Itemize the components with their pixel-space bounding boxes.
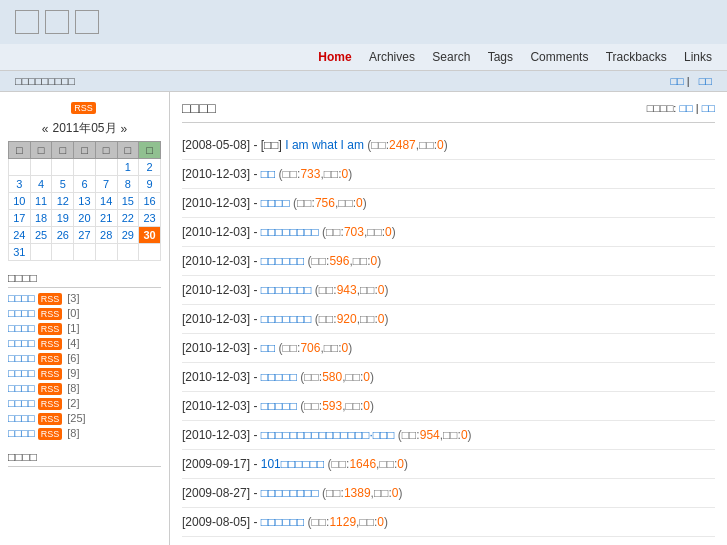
cal-row: 3 4 5 6 7 8 9 (9, 176, 161, 193)
cal-row: 31 (9, 244, 161, 261)
rss-icon: RSS (38, 338, 63, 350)
calendar: « 2011年05月 » □ □ □ □ □ □ □ (8, 120, 161, 261)
layout: RSS « 2011年05月 » □ □ □ □ □ □ □ (0, 92, 727, 545)
rss-icon: RSS (38, 323, 63, 335)
cal-th: □ (52, 142, 74, 159)
cal-prev[interactable]: « (42, 122, 49, 136)
header-logo (15, 10, 712, 34)
list-item: □□□□ RSS [0] (8, 307, 161, 320)
cal-row: 1718 1920 2122 23 (9, 210, 161, 227)
sidebar-section-1: □□□□ □□□□ RSS [3] □□□□ RSS [0] □□□□ RSS … (8, 271, 161, 440)
cal-day[interactable]: 3 (16, 178, 22, 190)
cal-day[interactable]: 7 (103, 178, 109, 190)
list-item: □□□□ RSS [6] (8, 352, 161, 365)
cal-th: □ (30, 142, 52, 159)
logo-box-1 (15, 10, 39, 34)
table-row: [2010-12-03] - □□□□□ (□□:580,□□:0) (182, 363, 715, 392)
breadcrumb-sep: | (687, 75, 690, 87)
list-item: □□□□ RSS [3] (8, 292, 161, 305)
cal-th-weekend: □ (139, 142, 161, 159)
rss-icon: RSS (38, 428, 63, 440)
page-sep: | (696, 102, 699, 114)
table-row: [2010-12-03] - □□□□□□□ (□□:943,□□:0) (182, 276, 715, 305)
list-item: □□□□ RSS [8] (8, 427, 161, 440)
list-item: □□□□ RSS [2] (8, 397, 161, 410)
logo-box-2 (45, 10, 69, 34)
cal-day[interactable]: 9 (147, 178, 153, 190)
cal-nav: « 2011年05月 » (8, 120, 161, 137)
table-row: [2009-09-17] - 101□□□□□□ (□□:1646,□□:0) (182, 450, 715, 479)
cal-row: 1011 1213 1415 16 (9, 193, 161, 210)
breadcrumb-bar: □□□□□□□□□ □□ | □□ (0, 71, 727, 92)
table-row: [2009-08-27] - □□□□□□□□ (□□:1389,□□:0) (182, 479, 715, 508)
cal-row: 2425 2627 2829 30 (9, 227, 161, 244)
nav-trackbacks[interactable]: Trackbacks (606, 50, 667, 64)
table-row: [2009-08-05] - □□□□□□ (□□:1129,□□:0) (182, 508, 715, 537)
sidebar-section-2: □□□□ (8, 450, 161, 467)
nav-comments[interactable]: Comments (530, 50, 588, 64)
nav-tags[interactable]: Tags (488, 50, 513, 64)
rss-icon: RSS (38, 353, 63, 365)
list-item: □□□□ RSS [8] (8, 382, 161, 395)
cal-day[interactable]: 4 (38, 178, 44, 190)
cal-today[interactable]: 30 (139, 227, 161, 244)
cal-day[interactable]: 2 (147, 161, 153, 173)
nav-links[interactable]: Links (684, 50, 712, 64)
rss-icon: RSS (38, 383, 63, 395)
list-item: □□□□ RSS [25] (8, 412, 161, 425)
sidebar-rss: RSS (8, 100, 161, 114)
sidebar: RSS « 2011年05月 » □ □ □ □ □ □ □ (0, 92, 170, 545)
rss-icon: RSS (38, 308, 63, 320)
breadcrumb-left: □□□□□□□□□ (15, 75, 75, 87)
breadcrumb-page-prev[interactable]: □□ (670, 75, 683, 87)
post-list: [2008-05-08] - [□□] I am what I am (□□:2… (182, 131, 715, 537)
cal-title: 2011年05月 (52, 120, 116, 137)
rss-icon: RSS (38, 413, 63, 425)
page-next[interactable]: □□ (702, 102, 715, 114)
cal-table: □ □ □ □ □ □ □ 1 2 (8, 141, 161, 261)
cal-row: 1 2 (9, 159, 161, 176)
sidebar-section-title: □□□□ (8, 271, 161, 288)
breadcrumb-right: □□ | □□ (664, 75, 712, 87)
rss-icon: RSS (38, 368, 63, 380)
cal-next[interactable]: » (121, 122, 128, 136)
nav-archives[interactable]: Archives (369, 50, 415, 64)
logo-box-3 (75, 10, 99, 34)
nav-home[interactable]: Home (318, 50, 351, 64)
rss-icon: RSS (38, 398, 63, 410)
nav-search[interactable]: Search (432, 50, 470, 64)
table-row: [2010-12-03] - □□ (□□:733,□□:0) (182, 160, 715, 189)
cal-th: □ (117, 142, 139, 159)
cal-day[interactable]: 1 (125, 161, 131, 173)
list-item: □□□□ RSS [9] (8, 367, 161, 380)
cal-day[interactable]: 5 (60, 178, 66, 190)
table-row: [2010-12-03] - □□□□□□□□ (□□:703,□□:0) (182, 218, 715, 247)
rss-icon: RSS (38, 293, 63, 305)
page-prev[interactable]: □□ (679, 102, 692, 114)
page-label: □□□□: (647, 102, 677, 114)
cal-th: □ (95, 142, 117, 159)
main-content: □□□□ □□□□: □□ | □□ [2008-05-08] - [□□] I… (170, 92, 727, 545)
header (0, 0, 727, 44)
cal-day[interactable]: 8 (125, 178, 131, 190)
table-row: [2010-12-03] - □□□□□□ (□□:596,□□:0) (182, 247, 715, 276)
sidebar-section2-title: □□□□ (8, 450, 161, 467)
breadcrumb-page-next[interactable]: □□ (699, 75, 712, 87)
main-header: □□□□ □□□□: □□ | □□ (182, 100, 715, 123)
table-row: [2010-12-03] - □□ (□□:706,□□:0) (182, 334, 715, 363)
main-title: □□□□ (182, 100, 216, 116)
table-row: [2010-12-03] - □□□□□□□ (□□:920,□□:0) (182, 305, 715, 334)
page-nav: □□□□: □□ | □□ (647, 102, 715, 114)
nav-bar: Home Archives Search Tags Comments Track… (0, 44, 727, 71)
cal-th: □ (9, 142, 31, 159)
list-item: □□□□ RSS [1] (8, 322, 161, 335)
table-row: [2010-12-03] - □□□□ (□□:756,□□:0) (182, 189, 715, 218)
table-row: [2008-05-08] - [□□] I am what I am (□□:2… (182, 131, 715, 160)
table-row: [2010-12-03] - □□□□□□□□□□□□□□□·□□□ (□□:9… (182, 421, 715, 450)
list-item: □□□□ RSS [4] (8, 337, 161, 350)
rss-icon: RSS (71, 102, 96, 114)
cal-day[interactable]: 6 (81, 178, 87, 190)
cal-th: □ (74, 142, 96, 159)
table-row: [2010-12-03] - □□□□□ (□□:593,□□:0) (182, 392, 715, 421)
